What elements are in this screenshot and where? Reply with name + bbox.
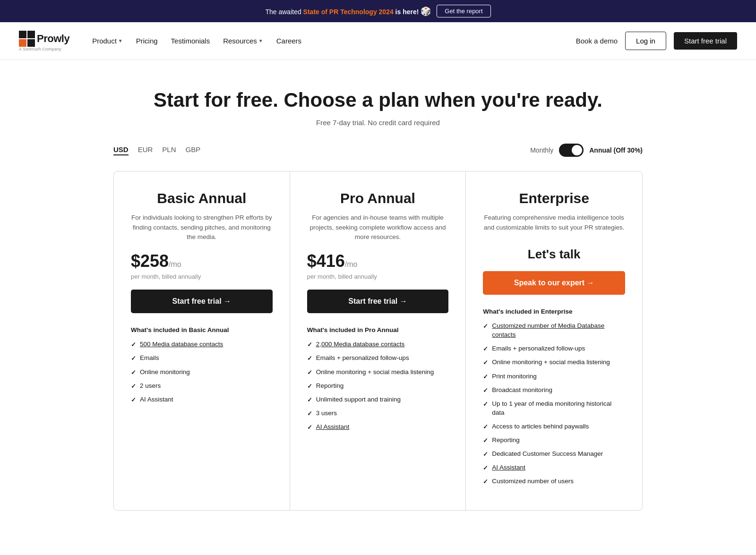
currency-gbp[interactable]: GBP <box>186 145 201 155</box>
pro-price-amount: $416 <box>307 251 345 271</box>
svg-rect-2 <box>19 39 26 47</box>
ent-feature-7-text: Access to articles behind paywalls <box>492 422 589 431</box>
plan-basic-price: $258/mo <box>131 251 273 271</box>
top-banner: The awaited State of PR Technology 2024 … <box>0 0 756 22</box>
pro-price-period: /mo <box>345 260 358 268</box>
nav-trial-button[interactable]: Start free trial <box>674 32 737 50</box>
nav-careers[interactable]: Careers <box>276 37 301 45</box>
ent-feature-9-text: Dedicated Customer Success Manager <box>492 450 603 459</box>
basic-feature-1: ✓ 500 Media database contacts <box>131 340 273 349</box>
ent-feature-5: ✓ Broadcast monitoring <box>483 386 625 395</box>
get-report-button[interactable]: Get the report <box>437 5 490 17</box>
ent-feature-9: ✓ Dedicated Customer Success Manager <box>483 450 625 459</box>
billing-toggle-switch[interactable] <box>559 144 584 157</box>
check-icon: ✓ <box>307 368 312 377</box>
ent-feature-10: ✓ AI Assistant <box>483 463 625 472</box>
page-subheading: Free 7-day trial. No credit card require… <box>113 119 643 127</box>
svg-rect-1 <box>27 31 35 38</box>
book-demo-link[interactable]: Book a demo <box>576 37 618 45</box>
nav-testimonials[interactable]: Testimonials <box>171 37 210 45</box>
annual-label: Annual (Off 30%) <box>589 146 643 154</box>
lets-talk: Let's talk <box>483 247 625 262</box>
check-icon: ✓ <box>483 322 488 331</box>
pro-feature-1: ✓ 2,000 Media database contacts <box>307 340 449 349</box>
ent-feature-4: ✓ Print monitoring <box>483 372 625 381</box>
check-icon: ✓ <box>483 423 488 431</box>
ent-feature-1: ✓ Customized number of Media Database co… <box>483 322 625 340</box>
pro-feature-1-text: 2,000 Media database contacts <box>316 340 405 349</box>
currency-pln[interactable]: PLN <box>162 145 176 155</box>
logo[interactable]: Prowly A Semrush Company <box>19 31 69 51</box>
basic-feature-3-text: Online monitoring <box>140 368 190 377</box>
check-icon: ✓ <box>307 354 312 363</box>
check-icon: ✓ <box>307 341 312 349</box>
nav-product[interactable]: Product ▼ <box>92 37 123 45</box>
monthly-label: Monthly <box>530 146 553 154</box>
check-icon: ✓ <box>483 436 488 445</box>
pro-price-note: per month, billed annually <box>307 273 449 280</box>
check-icon: ✓ <box>483 386 488 395</box>
pro-feature-2-text: Emails + personalized follow-ups <box>316 354 409 363</box>
banner-text: The awaited State of PR Technology 2024 … <box>265 6 431 17</box>
basic-feature-3: ✓ Online monitoring <box>131 368 273 377</box>
basic-price-period: /mo <box>169 260 181 268</box>
check-icon: ✓ <box>131 354 136 363</box>
check-icon: ✓ <box>483 345 488 353</box>
currency-eur[interactable]: EUR <box>138 145 153 155</box>
ent-feature-3-text: Online monitoring + social media listeni… <box>492 358 610 367</box>
enterprise-cta-button[interactable]: Speak to our expert → <box>483 271 625 295</box>
page-heading: Start for free. Choose a plan when you'r… <box>113 88 643 112</box>
basic-feature-5: ✓ AI Assistant <box>131 395 273 404</box>
basic-price-amount: $258 <box>131 251 169 271</box>
currency-options: USD EUR PLN GBP <box>113 145 200 155</box>
pro-features-heading: What's included in Pro Annual <box>307 326 449 333</box>
check-icon: ✓ <box>307 396 312 404</box>
billing-toggle: Monthly Annual (Off 30%) <box>530 144 643 157</box>
ent-feature-8: ✓ Reporting <box>483 436 625 445</box>
check-icon: ✓ <box>131 396 136 404</box>
check-icon: ✓ <box>483 400 488 409</box>
logo-svg <box>19 31 35 47</box>
resources-arrow: ▼ <box>258 38 263 43</box>
ent-feature-10-text: AI Assistant <box>492 463 525 472</box>
logo-icon: Prowly <box>19 31 69 47</box>
enterprise-features-heading: What's included in Enterprise <box>483 308 625 315</box>
basic-feature-1-text: 500 Media database contacts <box>140 340 223 349</box>
nav-resources[interactable]: Resources ▼ <box>223 37 263 45</box>
plan-basic-name: Basic Annual <box>131 190 273 206</box>
pro-feature-6: ✓ 3 users <box>307 409 449 418</box>
nav-links: Product ▼ Pricing Testimonials Resources… <box>92 37 576 45</box>
plan-pro-desc: For agencies and in-house teams with mul… <box>307 213 449 242</box>
basic-feature-2-text: Emails <box>140 354 159 363</box>
navbar: Prowly A Semrush Company Product ▼ Prici… <box>0 22 756 60</box>
pricing-grid: Basic Annual For individuals looking to … <box>113 171 643 510</box>
plan-pro: Pro Annual For agencies and in-house tea… <box>290 171 466 510</box>
ent-feature-3: ✓ Online monitoring + social media liste… <box>483 358 625 367</box>
pro-cta-button[interactable]: Start free trial → <box>307 290 449 313</box>
ent-feature-4-text: Print monitoring <box>492 372 537 381</box>
pro-feature-4: ✓ Reporting <box>307 382 449 391</box>
ent-feature-6: ✓ Up to 1 year of media monitoring histo… <box>483 400 625 418</box>
pro-feature-5-text: Unlimited support and training <box>316 395 401 404</box>
ent-feature-5-text: Broadcast monitoring <box>492 386 552 395</box>
ent-feature-8-text: Reporting <box>492 436 520 445</box>
check-icon: ✓ <box>131 382 136 391</box>
product-arrow: ▼ <box>118 38 123 43</box>
pro-feature-7-text: AI Assistant <box>316 423 350 432</box>
plan-pro-name: Pro Annual <box>307 190 449 206</box>
banner-emoji: 🎲 <box>421 7 431 16</box>
currency-usd[interactable]: USD <box>113 145 129 155</box>
pro-feature-2: ✓ Emails + personalized follow-ups <box>307 354 449 363</box>
login-button[interactable]: Log in <box>625 32 666 50</box>
pro-feature-4-text: Reporting <box>316 382 344 391</box>
check-icon: ✓ <box>307 423 312 432</box>
ent-feature-2-text: Emails + personalized follow-ups <box>492 344 585 353</box>
ent-feature-1-text: Customized number of Media Database cont… <box>492 322 625 340</box>
basic-cta-button[interactable]: Start free trial → <box>131 290 273 313</box>
svg-rect-0 <box>19 31 26 38</box>
nav-pricing[interactable]: Pricing <box>136 37 158 45</box>
basic-features-heading: What's included in Basic Annual <box>131 326 273 333</box>
plan-enterprise-desc: Featuring comprehensive media intelligen… <box>483 213 625 238</box>
nav-right: Book a demo Log in Start free trial <box>576 32 737 50</box>
logo-sub: A Semrush Company <box>19 47 69 51</box>
